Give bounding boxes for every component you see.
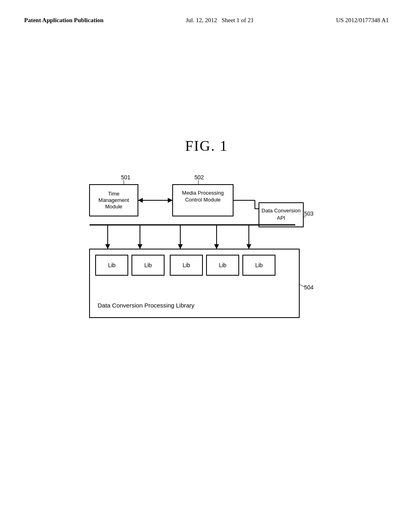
svg-text:Data Conversion: Data Conversion <box>262 208 301 214</box>
library-label: Data Conversion Processing Library <box>98 302 195 309</box>
svg-text:Lib: Lib <box>108 262 116 268</box>
svg-marker-23 <box>178 244 183 249</box>
svg-text:Lib: Lib <box>183 262 190 268</box>
library-outer-box <box>90 249 299 318</box>
lib-box-3 <box>170 255 202 275</box>
svg-marker-9 <box>168 198 173 203</box>
module-501-box <box>90 185 138 216</box>
svg-line-3 <box>297 283 305 287</box>
svg-text:API: API <box>277 215 286 221</box>
svg-text:Time: Time <box>108 191 119 197</box>
svg-marker-19 <box>105 244 110 249</box>
label-501: 501 <box>121 174 131 181</box>
svg-marker-21 <box>138 244 142 249</box>
label-503: 503 <box>304 210 314 217</box>
svg-text:Media Processing: Media Processing <box>182 190 223 196</box>
lib-box-2 <box>132 255 164 275</box>
lib-box-4 <box>206 255 239 275</box>
lib-box-1 <box>96 255 128 275</box>
svg-text:Lib: Lib <box>144 262 152 268</box>
publication-label: Patent Application Publication <box>24 16 104 25</box>
figure-label: FIG. 1 <box>0 137 413 154</box>
svg-marker-8 <box>138 198 143 203</box>
diagram-svg: 501 502 503 504 Time Management Module M… <box>65 170 348 340</box>
svg-text:Management: Management <box>98 197 129 203</box>
date-sheet-info: Jul. 12, 2012 Sheet 1 of 21 <box>186 16 254 25</box>
svg-text:Control Module: Control Module <box>185 197 221 203</box>
module-502-box <box>173 185 233 216</box>
diagram-wrapper: 501 502 503 504 Time Management Module M… <box>65 170 348 340</box>
svg-text:Lib: Lib <box>255 262 263 268</box>
svg-text:Module: Module <box>105 204 123 210</box>
label-502: 502 <box>194 174 204 181</box>
svg-text:Lib: Lib <box>219 262 227 268</box>
svg-marker-27 <box>246 244 251 249</box>
lib-box-5 <box>243 255 275 275</box>
module-503-box <box>259 203 303 227</box>
svg-marker-25 <box>214 244 219 249</box>
label-504: 504 <box>304 284 314 291</box>
patent-number: US 2012/0177348 A1 <box>336 16 389 25</box>
page-header: Patent Application Publication Jul. 12, … <box>0 0 413 25</box>
